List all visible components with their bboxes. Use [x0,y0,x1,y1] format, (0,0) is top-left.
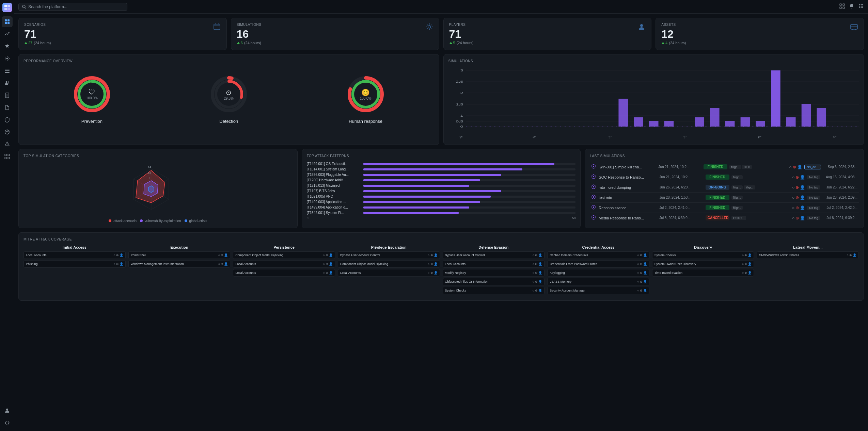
mitre-technique-icons: ○ ⊕ 👤 [428,253,437,257]
notification-icon[interactable] [849,3,854,10]
mitre-technique[interactable]: Phishing ○ ⊕ 👤 [23,260,126,268]
shield-small-icon: ○ [323,253,325,257]
sim-extra-tag: No tag [807,206,820,210]
target-small-icon: ⊕ [535,289,538,292]
radar-legend: attack-scenario vulnerability-exploitati… [109,219,207,223]
main-content: Search the platform... [14,0,868,431]
sim-status: CANCELLED [706,215,729,220]
person-small-icon: 👤 [643,262,647,266]
mitre-technique[interactable]: PowerShell ○ ⊕ 👤 [128,251,231,259]
svg-point-104 [593,217,594,218]
mitre-technique[interactable]: Windows Management Instrumentation ○ ⊕ 👤 [128,260,231,268]
mitre-technique[interactable]: Modify Registry ○ ⊕ 👤 [443,269,545,277]
gauge-prevention-label: Prevention [81,119,102,124]
svg-rect-3 [7,8,10,10]
svg-text:2.5: 2.5 [456,80,463,83]
mitre-technique[interactable]: SMB/Windows Admin Shares ○ ⊕ 👤 [757,251,859,259]
mitre-technique[interactable]: Cached Domain Credentials ○ ⊕ 👤 [547,251,649,259]
svg-rect-42 [851,24,857,29]
expand-icon[interactable] [839,3,845,10]
mitre-technique[interactable]: System Owner/User Discovery ○ ⊕ 👤 [652,260,754,268]
svg-text:10: 10 [148,171,151,175]
simulation-row[interactable]: Reconnaissance Jul 2, 2024, 2:41:0... FI… [590,203,859,213]
sidebar-item-expand[interactable] [2,417,13,428]
search-bar[interactable]: Search the platform... [18,3,127,11]
sim-action-icons: ○⊕👤 [792,195,805,200]
simulation-row[interactable]: [win-001] Simple kill cha... Jun 21, 202… [590,162,859,172]
mitre-technique[interactable]: Component Object Model Hijacking ○ ⊕ 👤 [233,251,335,259]
legend-vuln: vulnerability-exploitation [140,219,181,223]
simulation-row[interactable]: SOC Response to Ranso... Jun 21, 2024, 1… [590,172,859,182]
svg-rect-81 [817,108,826,127]
stat-value-players: 71 [449,29,474,39]
attack-bar-track [363,201,576,203]
mitre-technique[interactable]: Keylogging ○ ⊕ 👤 [547,269,649,277]
mitre-technique-icons: ○ ⊕ 👤 [533,262,542,266]
attack-bar-track [363,174,576,176]
radar-chart-area: 14 10 7 attack-scenario vulnerability-ex [23,162,293,223]
mitre-technique[interactable]: Credentials From Password Stores ○ ⊕ 👤 [547,260,649,268]
sidebar-item-alerts[interactable] [2,139,13,150]
mitre-technique[interactable]: Local Accounts ○ ⊕ 👤 [338,269,440,277]
target-small-icon: ⊕ [326,262,328,266]
mitre-technique[interactable]: Local Accounts ○ ⊕ 👤 [443,260,545,268]
sidebar-item-dashboard[interactable] [2,16,13,27]
sidebar-item-files[interactable] [2,102,13,113]
mitre-technique[interactable]: Security Account Manager ○ ⊕ 👤 [547,287,649,294]
mitre-technique[interactable]: Local Accounts ○ ⊕ 👤 [23,251,126,259]
sidebar-item-packages[interactable] [2,127,13,137]
svg-point-19 [7,145,7,145]
mitre-technique[interactable]: Bypass User Account Control ○ ⊕ 👤 [443,251,545,259]
person-small-icon: 👤 [538,271,542,275]
svg-rect-69 [618,99,628,127]
simulation-row[interactable]: Media Response to Rans... Jul 8, 2024, 6… [590,213,859,223]
mitre-column: Credential Access Cached Domain Credenti… [547,245,649,296]
svg-point-37 [861,7,862,8]
mitre-technique[interactable]: LSASS Memory ○ ⊕ 👤 [547,278,649,285]
simulation-row[interactable]: mto - cred dumping Jun 26, 2024, 6:20...… [590,182,859,193]
sidebar-item-security[interactable] [2,114,13,125]
mitre-technique[interactable]: Local Accounts ○ ⊕ 👤 [233,269,335,277]
sidebar-item-analytics[interactable] [2,29,13,39]
mitre-technique[interactable]: Bypass User Account Control ○ ⊕ 👤 [338,251,440,259]
stat-change-players: 5 (24 hours) [449,41,474,45]
mitre-technique[interactable]: System Checks ○ ⊕ 👤 [443,287,545,294]
sidebar-item-integrations[interactable] [2,151,13,162]
attack-bar-track [363,212,576,214]
mitre-technique[interactable]: Obfuscated Files Or Information ○ ⊕ 👤 [443,278,545,285]
svg-rect-20 [5,154,6,156]
simulations-bar-chart: 3 2.5 2 1.5 1 0.5 0 [448,67,859,135]
target-small-icon: ⊕ [744,271,747,275]
shield-small-icon: ○ [637,289,639,292]
simulation-row[interactable]: test mto Jun 28, 2024, 1:53... FINISHED … [590,193,859,203]
sidebar-item-list[interactable] [2,65,13,76]
sidebar-item-reports[interactable] [2,90,13,101]
sidebar-item-starred[interactable] [2,41,13,52]
stat-card-assets: ASSETS 12 4 (24 hours) [656,18,864,50]
mitre-technique[interactable]: Time Based Evasion ○ ⊕ 👤 [652,269,754,277]
app-logo[interactable] [2,3,12,12]
stat-card-scenarios: SCENARIOS 71 27 (24 hours) [18,18,227,50]
sidebar-item-config[interactable] [2,53,13,64]
mitre-technique-name: System Checks [445,289,533,292]
attack-bar-item: [T1021.005] VNC [307,195,576,198]
mitre-technique-icons: ○ ⊕ 👤 [323,271,332,275]
apps-icon[interactable] [858,3,864,10]
mitre-technique[interactable]: Local Accounts ○ ⊕ 👤 [233,260,335,268]
svg-point-36 [859,7,860,8]
sim-tag: CEO [742,165,752,169]
person-small-icon: 👤 [434,253,438,257]
person-small-icon: 👤 [748,253,752,257]
svg-rect-1 [7,5,10,7]
sidebar-item-user[interactable] [2,405,13,416]
mitre-technique[interactable]: System Checks ○ ⊕ 👤 [652,251,754,259]
mitre-technique[interactable]: Component Object Model Hijacking ○ ⊕ 👤 [338,260,440,268]
mitre-technique-icons: ○ ⊕ 👤 [218,253,228,257]
sidebar-item-people[interactable] [2,78,13,88]
mitre-col-title: Initial Access [23,245,126,249]
attack-bar-track [363,206,576,209]
mitre-technique-name: Windows Management Instrumentation [131,262,218,266]
shield-small-icon: ○ [533,289,534,292]
sim-time: Sep 6, 2024, 2:38... [823,165,857,169]
attack-bar-fill [363,190,501,192]
